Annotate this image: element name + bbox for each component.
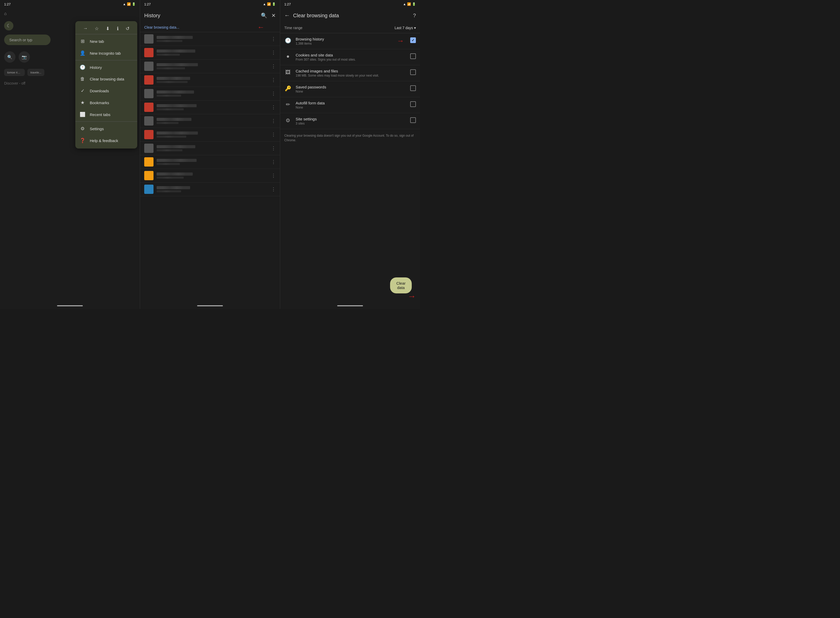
search-icon[interactable]: 🔍	[261, 12, 267, 19]
shortcut-1[interactable]: tomoe river...	[4, 69, 25, 76]
status-icons-2: ▲ 📶 🔋	[263, 2, 276, 6]
search-shortcut-icon[interactable]: 🔍	[4, 51, 15, 62]
browser-content: ⌂ ☾ Search or typ 🔍 📷 tomoe river... tra…	[0, 8, 140, 309]
more-icon-9[interactable]: ⋮	[271, 146, 276, 151]
time-3: 1:27	[284, 2, 291, 6]
more-icon-10[interactable]: ⋮	[271, 159, 276, 165]
cookies-checkbox[interactable]	[410, 53, 416, 59]
search-bar[interactable]: Search or typ	[4, 34, 51, 45]
nav-bar-2	[140, 303, 280, 309]
history-title-blur-11	[156, 172, 193, 175]
battery-icon-3: 🔋	[412, 2, 416, 6]
download-toolbar-icon[interactable]: ⬇	[106, 26, 110, 31]
history-text-11	[156, 172, 268, 179]
menu-item-settings[interactable]: ⚙ Settings ←	[75, 123, 137, 135]
autofill-checkbox[interactable]	[410, 101, 416, 107]
clear-item-cached[interactable]: 🖼 Cached images and files 198 MB. Some s…	[280, 65, 420, 81]
clear-item-site-settings[interactable]: ⚙ Site settings 3 sites	[280, 113, 420, 129]
more-icon-7[interactable]: ⋮	[271, 118, 276, 124]
history-menu-icon: 🕐	[79, 64, 86, 70]
browsing-history-checkbox[interactable]: ✓	[410, 37, 416, 43]
clear-item-browsing-history[interactable]: 🕐 Browsing history 1,388 items → ✓	[280, 33, 420, 49]
star-toolbar-icon[interactable]: ☆	[95, 26, 99, 31]
menu-item-clear[interactable]: 🗑 Clear browsing data	[75, 73, 137, 85]
clear-item-text-site-settings: Site settings 3 sites	[296, 117, 406, 125]
clear-item-autofill[interactable]: ✏ Autofill form data None	[280, 97, 420, 113]
status-bar-1: 1:27 ▲ 📶 🔋	[0, 0, 140, 8]
clear-data-button[interactable]: Clear data	[390, 278, 412, 293]
more-icon-4[interactable]: ⋮	[271, 77, 276, 83]
history-text-7	[156, 118, 268, 124]
forward-toolbar-icon[interactable]: →	[83, 26, 88, 31]
info-toolbar-icon[interactable]: ℹ	[117, 26, 119, 31]
more-icon-8[interactable]: ⋮	[271, 132, 276, 137]
history-item[interactable]: ⋮	[140, 87, 280, 101]
more-icon-2[interactable]: ⋮	[271, 50, 276, 55]
menu-item-recent-tabs[interactable]: ⬜ Recent tabs	[75, 108, 137, 120]
history-title-blur-4	[156, 77, 190, 80]
history-url-blur-5	[156, 95, 181, 97]
history-item[interactable]: ⋮	[140, 155, 280, 169]
home-icon[interactable]: ⌂	[4, 11, 7, 16]
back-button[interactable]: ←	[284, 12, 290, 19]
history-title-blur-2	[156, 49, 195, 53]
signal-icon-3: 📶	[407, 2, 411, 6]
menu-item-incognito[interactable]: 👤 New Incognito tab	[75, 47, 137, 59]
history-item[interactable]: ⋮	[140, 141, 280, 155]
more-icon-5[interactable]: ⋮	[271, 91, 276, 97]
search-text: Search or typ	[9, 38, 32, 42]
history-item[interactable]: ⋮	[140, 73, 280, 87]
clear-item-passwords[interactable]: 🔑 Saved passwords None	[280, 81, 420, 97]
history-item[interactable]: ⋮	[140, 169, 280, 183]
menu-item-history[interactable]: 🕐 History	[75, 61, 137, 73]
history-title-blur-3	[156, 63, 198, 66]
clear-item-cookies[interactable]: ● Cookies and site data From 307 sites. …	[280, 49, 420, 65]
favicon-4	[144, 75, 153, 85]
history-title-blur-7	[156, 118, 191, 121]
shortcut-2[interactable]: travele...	[27, 69, 45, 76]
cached-checkbox[interactable]	[410, 69, 416, 75]
history-item[interactable]: ⋮	[140, 101, 280, 114]
site-settings-checkbox[interactable]	[410, 117, 416, 123]
home-icon-row: ⌂	[0, 8, 140, 19]
time-range-row[interactable]: Time range Last 7 days ▾	[280, 23, 420, 33]
favicon-8	[144, 130, 153, 139]
time-2: 1:27	[144, 2, 150, 6]
history-item[interactable]: ⋮	[140, 114, 280, 128]
history-title-blur-5	[156, 91, 194, 94]
cached-clear-icon: 🖼	[284, 69, 292, 75]
bookmarks-menu-icon: ★	[79, 100, 86, 105]
menu-item-new-tab[interactable]: ⊞ New tab	[75, 35, 137, 47]
passwords-checkbox[interactable]	[410, 85, 416, 91]
more-icon-12[interactable]: ⋮	[271, 186, 276, 192]
history-item[interactable]: ⋮	[140, 128, 280, 141]
history-url-blur-6	[156, 108, 184, 110]
camera-shortcut-icon[interactable]: 📷	[19, 51, 30, 62]
refresh-toolbar-icon[interactable]: ↺	[126, 26, 130, 31]
history-checkbox-arrow: →	[397, 37, 404, 45]
chevron-down-icon: ▾	[414, 26, 416, 30]
wifi-icon: ▲	[123, 2, 126, 6]
history-url-blur-8	[156, 136, 186, 138]
more-icon-6[interactable]: ⋮	[271, 104, 276, 110]
history-text-8	[156, 131, 268, 138]
help-button[interactable]: ?	[413, 13, 416, 19]
menu-item-bookmarks[interactable]: ★ Bookmarks	[75, 97, 137, 108]
more-icon-1[interactable]: ⋮	[271, 36, 276, 42]
time-range-value[interactable]: Last 7 days ▾	[395, 26, 416, 30]
history-url-blur-11	[156, 177, 184, 179]
history-item[interactable]: ⋮	[140, 32, 280, 46]
history-item[interactable]: ⋮	[140, 46, 280, 59]
menu-item-downloads[interactable]: ✓ Downloads	[75, 85, 137, 97]
more-icon-3[interactable]: ⋮	[271, 64, 276, 69]
nav-pill-3	[337, 305, 363, 306]
wifi-icon-3: ▲	[403, 2, 406, 6]
menu-item-help[interactable]: ❓ Help & feedback	[75, 135, 137, 146]
more-icon-11[interactable]: ⋮	[271, 173, 276, 178]
clear-panel-header: ← Clear browsing data ?	[280, 8, 420, 23]
chrome-menu: → ☆ ⬇ ℹ ↺ ⊞ New tab 👤 New Incognito tab …	[75, 21, 137, 149]
history-item[interactable]: ⋮	[140, 59, 280, 73]
history-item[interactable]: ⋮	[140, 183, 280, 196]
close-icon[interactable]: ✕	[271, 12, 276, 19]
panel-browser: 1:27 ▲ 📶 🔋 ⌂ ☾ Search or typ 🔍 📷 tomoe r…	[0, 0, 140, 309]
